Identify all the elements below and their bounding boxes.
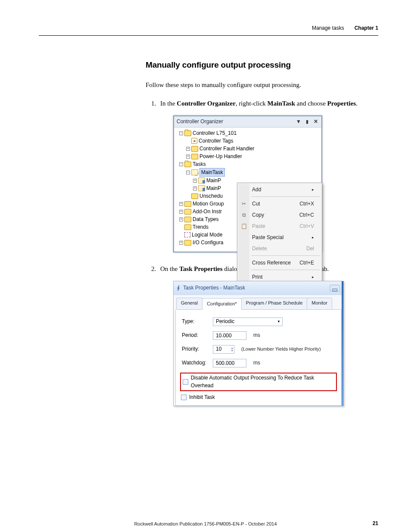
tree-fault-handler[interactable]: + Controller Fault Handler	[176, 145, 321, 152]
task-icon	[191, 169, 198, 175]
tab-monitor[interactable]: Monitor	[307, 298, 332, 309]
page-footer: Rockwell Automation Publication 1756-PM0…	[0, 521, 411, 526]
priority-spinner[interactable]: 10 ▴▾	[213, 345, 234, 354]
menu-separator	[251, 270, 320, 270]
inhibit-task-checkbox[interactable]	[181, 395, 187, 400]
tab-program-schedule[interactable]: Program / Phase Schedule	[241, 298, 307, 309]
highlight-box: Disable Automatic Output Processing To R…	[180, 373, 337, 391]
collapse-icon[interactable]: −	[186, 171, 190, 174]
tree-maintask[interactable]: − MainTask	[176, 168, 321, 177]
tree-label: Unschedu	[199, 192, 223, 200]
step-2: On the Task Properties dialog box, click…	[158, 264, 387, 406]
label-type: Type:	[182, 318, 209, 325]
tab-general[interactable]: General	[176, 298, 202, 309]
menu-separator	[251, 196, 320, 197]
folder-icon	[184, 224, 191, 230]
controller-tree[interactable]: − Controller L75_101 Controller Tags +	[174, 128, 321, 252]
expand-icon[interactable]: +	[179, 202, 183, 206]
pin-icon[interactable]: ▮	[304, 119, 310, 125]
folder-icon	[184, 201, 191, 207]
submenu-arrow-icon: ▸	[312, 233, 314, 241]
folder-icon	[184, 217, 191, 222]
menu-paste-special[interactable]: Paste Special▸	[238, 232, 321, 243]
tree-label: Power-Up Handler	[199, 152, 242, 160]
app-icon: ∮	[177, 284, 180, 292]
tree-label: Controller Tags	[199, 137, 233, 145]
tree-controller-tags[interactable]: Controller Tags	[176, 137, 321, 145]
folder-icon	[184, 131, 191, 136]
row-disable-output: Disable Automatic Output Processing To R…	[183, 374, 334, 389]
collapse-icon[interactable]: −	[179, 162, 183, 166]
dropdown-icon[interactable]: ▼	[296, 119, 302, 125]
header-chapter: Chapter 1	[355, 25, 378, 31]
panel-title: Controller Organizer	[177, 118, 223, 125]
chevron-down-icon: ▼	[277, 319, 280, 324]
watchdog-input[interactable]	[213, 359, 246, 367]
period-input[interactable]	[213, 331, 246, 340]
controller-organizer-figure: Controller Organizer ▼ ▮ ✕ − Con	[173, 115, 387, 252]
submenu-arrow-icon: ▸	[312, 273, 314, 281]
task-properties-dialog: ∮ Task Properties - MainTask ▭ General C…	[173, 281, 344, 406]
tree-label: Tasks	[193, 160, 206, 168]
row-watchdog: Watchdog: ms	[182, 359, 335, 367]
row-priority: Priority: 10 ▴▾ (Lower Number Yields Hig…	[182, 345, 335, 354]
program-icon	[198, 185, 205, 191]
step-1: In the Controller Organizer, right-click…	[158, 99, 387, 252]
expand-icon[interactable]: +	[186, 155, 190, 159]
label-period: Period:	[182, 332, 209, 339]
row-type: Type: Periodic ▼	[182, 317, 335, 326]
menu-add[interactable]: Add▸	[238, 184, 321, 195]
menu-copy[interactable]: ⧉ CopyCtrl+C	[238, 209, 321, 221]
collapse-icon[interactable]: −	[179, 131, 183, 135]
page-header: Manage tasks Chapter 1	[39, 25, 378, 36]
header-section: Manage tasks	[312, 25, 344, 31]
program-icon	[198, 177, 205, 184]
minimize-button[interactable]: ▭	[330, 285, 340, 292]
menu-delete: DeleteDel	[238, 243, 321, 254]
tree-powerup-handler[interactable]: + Power-Up Handler	[176, 152, 321, 160]
inhibit-task-label: Inhibit Task	[189, 394, 215, 401]
main-content: Manually configure output processing Fol…	[146, 59, 387, 406]
close-icon[interactable]: ✕	[313, 119, 319, 125]
expand-icon[interactable]: +	[179, 210, 183, 214]
label-priority: Priority:	[182, 345, 209, 353]
tree-root[interactable]: − Controller L75_101	[176, 129, 321, 137]
tag-icon	[191, 138, 197, 144]
tree-label: Data Types	[193, 215, 218, 223]
tab-configuration[interactable]: Configuration*	[202, 298, 242, 310]
paste-icon: 📋	[241, 223, 247, 229]
tree-label: Controller L75_101	[193, 129, 237, 137]
menu-cut[interactable]: ✂ CutCtrl+X	[238, 198, 321, 209]
priority-note: (Lower Number Yields Higher Priority)	[241, 346, 321, 353]
label-watchdog: Watchdog:	[182, 359, 209, 367]
menu-separator	[251, 255, 320, 256]
page-number: 21	[373, 520, 378, 526]
expand-icon[interactable]: +	[186, 147, 190, 151]
tree-label: MainP	[206, 177, 221, 184]
folder-icon	[184, 162, 191, 167]
expand-icon[interactable]: +	[179, 241, 183, 245]
tree-label: Motion Group	[193, 200, 224, 208]
tree-label: I/O Configura	[193, 239, 223, 246]
row-period: Period: ms	[182, 331, 335, 340]
folder-icon	[191, 154, 198, 159]
shortcut: Ctrl+E	[299, 259, 314, 267]
expand-icon[interactable]: +	[179, 218, 183, 221]
disable-output-label: Disable Automatic Output Processing To R…	[191, 374, 334, 389]
folder-icon	[184, 209, 191, 215]
expand-icon[interactable]: +	[193, 187, 197, 190]
tree-tasks[interactable]: − Tasks	[176, 160, 321, 168]
shortcut: Del	[306, 245, 314, 252]
shortcut: Ctrl+C	[299, 211, 314, 219]
controller-organizer-panel: Controller Organizer ▼ ▮ ✕ − Con	[173, 115, 322, 252]
menu-cross-reference[interactable]: Cross ReferenceCtrl+E	[238, 257, 321, 268]
spin-down-icon[interactable]: ▾	[231, 349, 233, 352]
disable-output-checkbox[interactable]	[183, 379, 188, 385]
folder-icon	[191, 146, 198, 152]
dropdown-value: Periodic	[216, 318, 234, 325]
type-dropdown[interactable]: Periodic ▼	[213, 317, 283, 326]
unit-ms: ms	[253, 332, 260, 339]
section-title: Manually configure output processing	[146, 59, 387, 71]
expand-icon[interactable]: +	[193, 179, 197, 183]
spinner-value: 10	[216, 345, 221, 353]
